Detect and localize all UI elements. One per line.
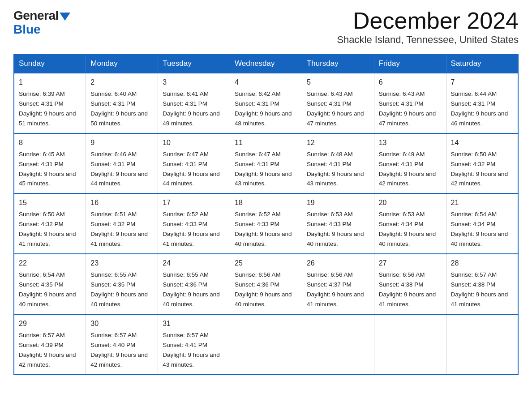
- day-info: Sunrise: 6:44 AMSunset: 4:31 PMDaylight:…: [451, 90, 508, 127]
- day-number: 17: [163, 197, 225, 208]
- day-info: Sunrise: 6:42 AMSunset: 4:31 PMDaylight:…: [235, 90, 292, 127]
- day-number: 31: [163, 318, 225, 329]
- day-number: 2: [90, 77, 153, 88]
- calendar-day-cell: 1 Sunrise: 6:39 AMSunset: 4:31 PMDayligh…: [14, 73, 86, 133]
- day-number: 12: [307, 137, 369, 148]
- day-number: 4: [235, 77, 297, 88]
- calendar-day-cell: [230, 314, 302, 375]
- calendar-day-cell: 5 Sunrise: 6:43 AMSunset: 4:31 PMDayligh…: [302, 73, 374, 133]
- day-info: Sunrise: 6:55 AMSunset: 4:35 PMDaylight:…: [90, 271, 148, 308]
- day-info: Sunrise: 6:52 AMSunset: 4:33 PMDaylight:…: [163, 211, 220, 247]
- calendar-day-cell: [302, 314, 374, 375]
- day-number: 20: [379, 197, 442, 208]
- day-info: Sunrise: 6:51 AMSunset: 4:32 PMDaylight:…: [90, 211, 148, 247]
- day-info: Sunrise: 6:57 AMSunset: 4:41 PMDaylight:…: [163, 332, 220, 368]
- calendar-day-cell: 20 Sunrise: 6:53 AMSunset: 4:34 PMDaylig…: [374, 193, 446, 254]
- calendar-header-row: SundayMondayTuesdayWednesdayThursdayFrid…: [14, 54, 518, 73]
- calendar-day-cell: [374, 314, 446, 375]
- calendar-day-cell: 13 Sunrise: 6:49 AMSunset: 4:31 PMDaylig…: [374, 133, 446, 194]
- day-number: 7: [451, 77, 513, 88]
- calendar-day-cell: 27 Sunrise: 6:56 AMSunset: 4:38 PMDaylig…: [374, 254, 446, 314]
- calendar-header-monday: Monday: [86, 54, 158, 73]
- day-info: Sunrise: 6:54 AMSunset: 4:34 PMDaylight:…: [451, 211, 508, 247]
- day-info: Sunrise: 6:39 AMSunset: 4:31 PMDaylight:…: [19, 90, 76, 127]
- day-number: 5: [307, 77, 369, 88]
- day-number: 21: [451, 197, 513, 208]
- day-number: 23: [90, 258, 153, 269]
- calendar-day-cell: 4 Sunrise: 6:42 AMSunset: 4:31 PMDayligh…: [230, 73, 302, 133]
- calendar-day-cell: 17 Sunrise: 6:52 AMSunset: 4:33 PMDaylig…: [158, 193, 230, 254]
- calendar-day-cell: 29 Sunrise: 6:57 AMSunset: 4:39 PMDaylig…: [14, 314, 86, 375]
- day-info: Sunrise: 6:56 AMSunset: 4:37 PMDaylight:…: [307, 271, 364, 308]
- day-info: Sunrise: 6:43 AMSunset: 4:31 PMDaylight:…: [379, 90, 436, 127]
- calendar-day-cell: 24 Sunrise: 6:55 AMSunset: 4:36 PMDaylig…: [158, 254, 230, 314]
- day-number: 18: [235, 197, 297, 208]
- calendar-day-cell: 23 Sunrise: 6:55 AMSunset: 4:35 PMDaylig…: [86, 254, 158, 314]
- day-info: Sunrise: 6:47 AMSunset: 4:31 PMDaylight:…: [163, 151, 220, 187]
- calendar-week-row: 15 Sunrise: 6:50 AMSunset: 4:32 PMDaylig…: [14, 193, 518, 254]
- day-info: Sunrise: 6:52 AMSunset: 4:33 PMDaylight:…: [235, 211, 292, 247]
- day-number: 24: [163, 258, 225, 269]
- logo-general-text: General: [13, 9, 59, 23]
- month-year-title: December 2024: [337, 9, 519, 32]
- title-block: December 2024 Shackle Island, Tennessee,…: [337, 9, 519, 46]
- calendar-day-cell: 16 Sunrise: 6:51 AMSunset: 4:32 PMDaylig…: [86, 193, 158, 254]
- calendar-header-saturday: Saturday: [446, 54, 518, 73]
- calendar-week-row: 29 Sunrise: 6:57 AMSunset: 4:39 PMDaylig…: [14, 314, 518, 375]
- calendar-day-cell: 8 Sunrise: 6:45 AMSunset: 4:31 PMDayligh…: [14, 133, 86, 194]
- day-number: 29: [19, 318, 81, 329]
- day-number: 1: [19, 77, 81, 88]
- calendar-day-cell: 15 Sunrise: 6:50 AMSunset: 4:32 PMDaylig…: [14, 193, 86, 254]
- calendar-header-friday: Friday: [374, 54, 446, 73]
- day-info: Sunrise: 6:41 AMSunset: 4:31 PMDaylight:…: [163, 90, 220, 127]
- calendar-week-row: 1 Sunrise: 6:39 AMSunset: 4:31 PMDayligh…: [14, 73, 518, 133]
- calendar-day-cell: 2 Sunrise: 6:40 AMSunset: 4:31 PMDayligh…: [86, 73, 158, 133]
- day-number: 11: [235, 137, 297, 148]
- calendar-day-cell: 18 Sunrise: 6:52 AMSunset: 4:33 PMDaylig…: [230, 193, 302, 254]
- calendar-header-thursday: Thursday: [302, 54, 374, 73]
- day-info: Sunrise: 6:40 AMSunset: 4:31 PMDaylight:…: [90, 90, 148, 127]
- day-info: Sunrise: 6:50 AMSunset: 4:32 PMDaylight:…: [451, 151, 508, 187]
- day-info: Sunrise: 6:56 AMSunset: 4:38 PMDaylight:…: [379, 271, 436, 308]
- day-info: Sunrise: 6:57 AMSunset: 4:38 PMDaylight:…: [451, 271, 508, 308]
- calendar-day-cell: 31 Sunrise: 6:57 AMSunset: 4:41 PMDaylig…: [158, 314, 230, 375]
- day-number: 19: [307, 197, 369, 208]
- calendar-day-cell: 12 Sunrise: 6:48 AMSunset: 4:31 PMDaylig…: [302, 133, 374, 194]
- day-info: Sunrise: 6:56 AMSunset: 4:36 PMDaylight:…: [235, 271, 292, 308]
- day-info: Sunrise: 6:53 AMSunset: 4:33 PMDaylight:…: [307, 211, 364, 247]
- day-number: 3: [163, 77, 225, 88]
- day-info: Sunrise: 6:49 AMSunset: 4:31 PMDaylight:…: [379, 151, 436, 187]
- calendar-day-cell: 6 Sunrise: 6:43 AMSunset: 4:31 PMDayligh…: [374, 73, 446, 133]
- calendar-header-sunday: Sunday: [14, 54, 86, 73]
- calendar-day-cell: [446, 314, 518, 375]
- calendar-day-cell: 7 Sunrise: 6:44 AMSunset: 4:31 PMDayligh…: [446, 73, 518, 133]
- day-number: 15: [19, 197, 81, 208]
- day-info: Sunrise: 6:50 AMSunset: 4:32 PMDaylight:…: [19, 211, 76, 247]
- day-number: 8: [19, 137, 81, 148]
- day-number: 6: [379, 77, 442, 88]
- calendar-day-cell: 28 Sunrise: 6:57 AMSunset: 4:38 PMDaylig…: [446, 254, 518, 314]
- logo-arrow-icon: [60, 13, 70, 21]
- logo: General Blue: [13, 9, 70, 37]
- calendar-day-cell: 19 Sunrise: 6:53 AMSunset: 4:33 PMDaylig…: [302, 193, 374, 254]
- day-number: 28: [451, 258, 513, 269]
- day-number: 22: [19, 258, 81, 269]
- day-info: Sunrise: 6:55 AMSunset: 4:36 PMDaylight:…: [163, 271, 220, 308]
- calendar-day-cell: 11 Sunrise: 6:47 AMSunset: 4:31 PMDaylig…: [230, 133, 302, 194]
- day-number: 13: [379, 137, 442, 148]
- day-info: Sunrise: 6:45 AMSunset: 4:31 PMDaylight:…: [19, 151, 76, 187]
- calendar-week-row: 22 Sunrise: 6:54 AMSunset: 4:35 PMDaylig…: [14, 254, 518, 314]
- day-number: 25: [235, 258, 297, 269]
- day-number: 9: [90, 137, 153, 148]
- calendar-header-tuesday: Tuesday: [158, 54, 230, 73]
- day-info: Sunrise: 6:43 AMSunset: 4:31 PMDaylight:…: [307, 90, 364, 127]
- day-info: Sunrise: 6:46 AMSunset: 4:31 PMDaylight:…: [90, 151, 148, 187]
- day-info: Sunrise: 6:47 AMSunset: 4:31 PMDaylight:…: [235, 151, 292, 187]
- calendar-day-cell: 9 Sunrise: 6:46 AMSunset: 4:31 PMDayligh…: [86, 133, 158, 194]
- calendar-day-cell: 14 Sunrise: 6:50 AMSunset: 4:32 PMDaylig…: [446, 133, 518, 194]
- calendar-header-wednesday: Wednesday: [230, 54, 302, 73]
- day-info: Sunrise: 6:54 AMSunset: 4:35 PMDaylight:…: [19, 271, 76, 308]
- day-number: 30: [90, 318, 153, 329]
- day-info: Sunrise: 6:48 AMSunset: 4:31 PMDaylight:…: [307, 151, 364, 187]
- calendar-day-cell: 30 Sunrise: 6:57 AMSunset: 4:40 PMDaylig…: [86, 314, 158, 375]
